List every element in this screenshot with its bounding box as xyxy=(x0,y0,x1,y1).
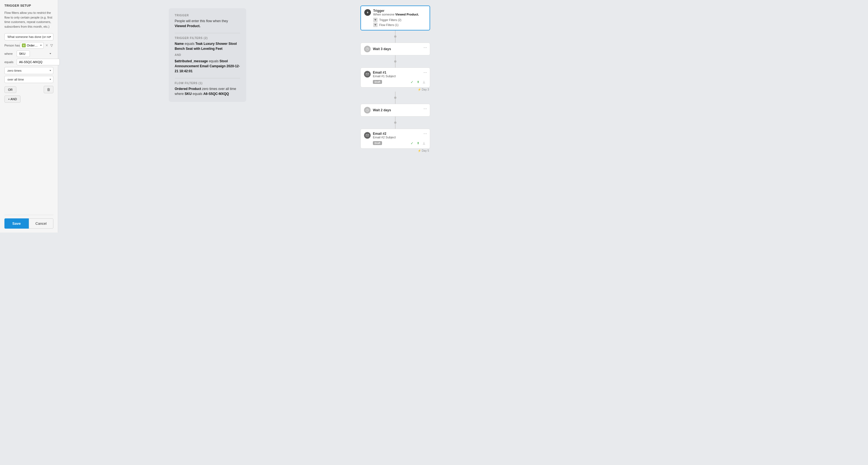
filter-type-select[interactable]: What someone has done (or not done) Prop… xyxy=(4,33,53,40)
trigger-filters-body2: $attributed_message equals Stool Announc… xyxy=(175,59,240,74)
tf-field1: Name xyxy=(175,42,184,46)
person-has-label: Person has xyxy=(4,44,19,47)
email1-more-button[interactable]: ··· xyxy=(424,70,427,75)
tf-field2: $attributed_message xyxy=(175,59,208,63)
day-label-1: ⚡ Day 3 xyxy=(361,88,430,91)
flow-meta-icon xyxy=(373,23,378,27)
wait1-node-header: Wait 3 days xyxy=(364,46,427,52)
wait1-node-content: Wait 3 days xyxy=(373,47,427,51)
connector-2b xyxy=(395,63,396,67)
wait2-node-content: Wait 2 days xyxy=(373,108,427,112)
connector-3b xyxy=(395,99,396,104)
where-row: where SKU Name Price xyxy=(4,50,53,57)
connector-4b xyxy=(395,124,396,129)
email1-node-title: Email #1 xyxy=(373,70,427,75)
connector-3 xyxy=(395,92,396,96)
email1-draft-badge: Draft xyxy=(373,80,382,84)
connector-1b xyxy=(395,38,396,42)
person-has-row: Person has Ordered Produ... ✕ ▽ xyxy=(4,42,53,49)
filter-meta-icon xyxy=(373,18,378,22)
connector-1 xyxy=(395,30,396,35)
wait2-more-button[interactable]: ··· xyxy=(424,106,427,111)
filter-icon-2[interactable] xyxy=(422,141,427,146)
connector-dot-1 xyxy=(394,35,396,38)
email1-node[interactable]: ··· Email #1 Email #1 Subject Draft xyxy=(361,67,430,87)
trigger-header: TRIGGER xyxy=(175,14,240,17)
filter-type-wrapper: What someone has done (or not done) Prop… xyxy=(4,33,53,40)
check-icon-1[interactable] xyxy=(409,80,414,84)
email1-node-header: Email #1 Email #1 Subject xyxy=(364,70,427,78)
or-delete-row: OR 🗑 xyxy=(4,86,53,93)
wait2-node-title: Wait 2 days xyxy=(373,108,427,112)
wait2-node[interactable]: ··· Wait 2 days xyxy=(361,104,430,117)
filter-icon-1[interactable] xyxy=(422,80,427,84)
filter-funnel-button[interactable]: ▽ xyxy=(50,43,53,48)
equals-input[interactable] xyxy=(17,59,60,65)
email2-node[interactable]: ··· Email #2 Email #2 Subject Draft xyxy=(361,129,430,149)
trigger-node[interactable]: Trigger When someone Viewed Product. Tri… xyxy=(361,5,430,30)
panel-footer: Save Cancel xyxy=(4,215,53,229)
connector-dot-2 xyxy=(394,60,396,63)
flow-filters-body: Ordered Product zero times over all time… xyxy=(175,86,240,96)
where-label: where xyxy=(4,52,15,55)
trigger-node-bold: Viewed Product. xyxy=(395,13,419,16)
clock-icon-2 xyxy=(364,107,371,114)
delete-button[interactable]: 🗑 xyxy=(44,86,53,93)
trigger-card: TRIGGER People will enter this flow when… xyxy=(169,8,246,102)
trigger-node-title: Trigger xyxy=(373,9,426,13)
wait1-node-title: Wait 3 days xyxy=(373,47,427,51)
ordered-product-select[interactable]: Ordered Produ... xyxy=(20,42,44,49)
or-button[interactable]: OR xyxy=(4,86,16,93)
and-button[interactable]: + AND xyxy=(4,95,21,103)
zero-times-select[interactable]: zero times at least once more than once xyxy=(4,67,53,74)
email2-node-subtitle: Email #2 Subject xyxy=(373,136,427,139)
connector-dot-3 xyxy=(394,96,396,99)
trigger-product: Viewed Product. xyxy=(175,24,200,28)
meta-trigger-filters: Trigger Filters (2) xyxy=(373,18,426,22)
trigger-filters-body: Name equals Teak Luxury Shower Stool Ben… xyxy=(175,41,240,51)
shopify-icon xyxy=(22,43,26,47)
save-button[interactable]: Save xyxy=(4,219,29,229)
over-all-time-wrapper: over all time in the last 30 days xyxy=(4,76,53,83)
email2-draft-row: Draft xyxy=(364,141,427,146)
ff-sub-field: SKU xyxy=(185,92,192,96)
svg-marker-0 xyxy=(367,11,368,14)
email2-node-title: Email #2 xyxy=(373,132,427,136)
over-all-time-select[interactable]: over all time in the last 30 days xyxy=(4,76,53,83)
lightning-icon xyxy=(364,9,371,16)
up-icon-1[interactable] xyxy=(415,80,421,84)
right-panel: Trigger When someone Viewed Product. Tri… xyxy=(356,0,434,233)
trigger-body: People will enter this flow when they Vi… xyxy=(175,19,240,29)
wait1-node[interactable]: ··· Wait 3 days xyxy=(361,42,430,55)
email1-draft-row: Draft xyxy=(364,80,427,84)
flow-filters-section: FLOW FILTERS (1) Ordered Product zero ti… xyxy=(175,82,240,96)
cancel-button[interactable]: Cancel xyxy=(29,219,54,229)
connector-dot-4 xyxy=(394,121,396,124)
ff-field: Ordered Product xyxy=(175,87,201,91)
equals-label: equals xyxy=(4,60,15,64)
wait1-more-button[interactable]: ··· xyxy=(424,45,427,50)
chevron-down-icon xyxy=(50,53,51,54)
check-icon-2[interactable] xyxy=(409,141,414,146)
clock-icon-1 xyxy=(364,46,371,52)
email2-node-header: Email #2 Email #2 Subject xyxy=(364,132,427,139)
trigger-node-meta: Trigger Filters (2) Flow Filters (1) xyxy=(364,18,426,27)
sku-select[interactable]: SKU Name Price xyxy=(17,50,30,57)
up-icon-2[interactable] xyxy=(415,141,421,146)
clear-filter-button[interactable]: ✕ xyxy=(45,43,49,48)
middle-panel: TRIGGER People will enter this flow when… xyxy=(58,0,356,233)
email2-more-button[interactable]: ··· xyxy=(424,131,427,136)
and-badge: AND xyxy=(175,53,240,56)
trigger-filters-section: TRIGGER FILTERS (2) Name equals Teak Lux… xyxy=(175,36,240,74)
connector-4 xyxy=(395,117,396,121)
divider-2 xyxy=(175,78,240,78)
connector-2 xyxy=(395,55,396,60)
meta-flow-filters: Flow Filters (1) xyxy=(373,23,426,27)
ordered-product-label: Ordered Produ... xyxy=(27,44,39,47)
trigger-node-header: Trigger When someone Viewed Product. xyxy=(364,9,426,16)
trigger-section: TRIGGER People will enter this flow when… xyxy=(175,14,240,29)
panel-title: TRIGGER SETUP xyxy=(4,4,53,7)
email2-draft-badge: Draft xyxy=(373,141,382,145)
tf-value1: Teak Luxury Shower Stool Bench Seat with… xyxy=(175,42,237,51)
flow-filters-header: FLOW FILTERS (1) xyxy=(175,82,240,85)
